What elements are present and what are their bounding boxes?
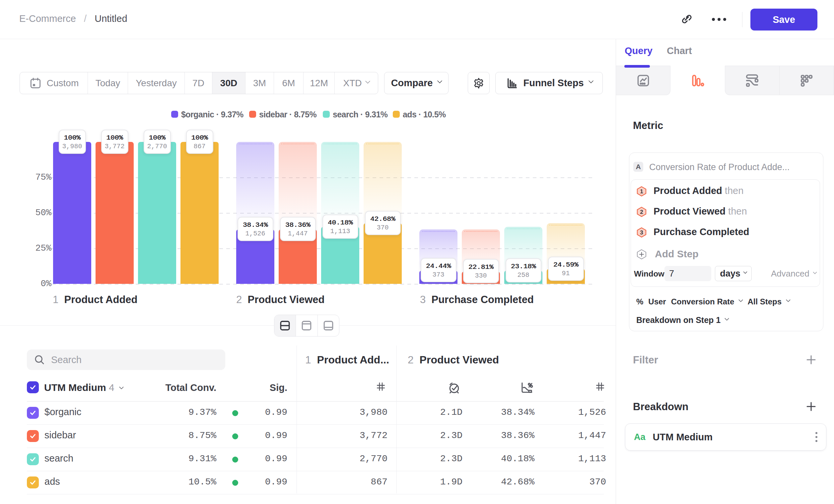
svg-text:1: 1 bbox=[640, 188, 643, 194]
svg-text:2: 2 bbox=[640, 209, 643, 215]
svg-text:3: 3 bbox=[640, 229, 643, 236]
